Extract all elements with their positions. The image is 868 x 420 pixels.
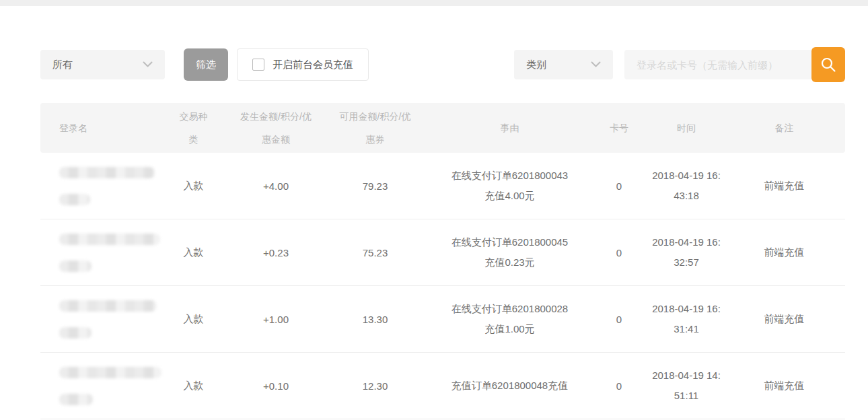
remark-cell: 前端充值: [723, 246, 845, 259]
header-card-number: 卡号: [589, 116, 649, 139]
search-icon: [820, 56, 837, 73]
table-body: 入款 +4.00 79.23 在线支付订单6201800043充值4.00元 0…: [40, 153, 845, 419]
redacted-login-text: [59, 260, 92, 272]
amount-cell: +1.00: [232, 314, 320, 325]
front-desk-recharge-toggle[interactable]: 开启前台会员充值: [237, 48, 369, 81]
table-row: 入款 +0.23 75.23 在线支付订单6201800045充值0.23元 0…: [40, 219, 845, 286]
search-button[interactable]: [811, 47, 845, 82]
remark-cell: 前端充值: [723, 313, 845, 326]
amount-cell: +4.00: [232, 180, 320, 192]
reason-cell: 充值订单6201800048充值: [431, 376, 589, 396]
time-cell: 2018-04-19 16:32:57: [649, 232, 723, 273]
front-desk-recharge-label: 开启前台会员充值: [273, 59, 353, 71]
time-cell: 2018-04-19 16:31:41: [649, 299, 723, 339]
transaction-type-cell: 入款: [155, 380, 232, 392]
amount-cell: +0.23: [232, 247, 320, 258]
records-table: 登录名 交易种类 发生金额/积分/优惠金额 可用金额/积分/优惠券 事由 卡号 …: [40, 103, 845, 419]
category-dropdown[interactable]: 类别: [514, 50, 613, 79]
table-row: 入款 +4.00 79.23 在线支付订单6201800043充值4.00元 0…: [40, 153, 845, 219]
available-balance-cell: 12.30: [320, 380, 431, 392]
redacted-login-text: [59, 327, 92, 339]
header-time: 时间: [649, 116, 723, 139]
login-name-cell-redacted: [40, 234, 155, 272]
available-balance-cell: 75.23: [320, 247, 431, 258]
toolbar: 所有 筛选 开启前台会员充值 类别: [40, 47, 845, 82]
card-number-cell: 0: [589, 247, 649, 258]
login-name-cell-redacted: [40, 367, 155, 405]
reason-cell: 在线支付订单6201800043充值4.00元: [431, 166, 589, 206]
member-recharge-records-page: 所有 筛选 开启前台会员充值 类别: [0, 0, 868, 419]
header-available: 可用金额/积分/优惠券: [320, 105, 431, 151]
redacted-login-text: [59, 394, 93, 405]
checkbox-unchecked-icon[interactable]: [252, 59, 264, 71]
chevron-down-icon: [143, 61, 153, 68]
redacted-login-text: [59, 167, 155, 178]
transaction-type-cell: 入款: [155, 180, 232, 193]
header-login-name: 登录名: [40, 116, 155, 139]
remark-cell: 前端充值: [723, 380, 845, 392]
filter-button[interactable]: 筛选: [184, 48, 228, 81]
available-balance-cell: 79.23: [320, 180, 431, 192]
login-name-cell-redacted: [40, 300, 155, 339]
category-dropdown-value: 类别: [526, 59, 546, 71]
header-amount: 发生金额/积分/优惠金额: [232, 105, 320, 151]
header-remark: 备注: [723, 116, 845, 139]
reason-cell: 在线支付订单6201800045充值0.23元: [431, 232, 589, 273]
search-input[interactable]: [624, 50, 811, 79]
login-name-cell-redacted: [40, 167, 155, 205]
redacted-login-text: [59, 300, 157, 312]
card-number-cell: 0: [589, 380, 649, 392]
transaction-type-cell: 入款: [155, 313, 232, 326]
time-cell: 2018-04-19 14:51:11: [649, 365, 723, 406]
header-transaction-type: 交易种类: [155, 105, 232, 151]
status-filter-dropdown[interactable]: 所有: [40, 50, 165, 79]
card-number-cell: 0: [589, 180, 649, 192]
amount-cell: +0.10: [232, 380, 320, 392]
card-number-cell: 0: [589, 314, 649, 325]
redacted-login-text: [59, 194, 90, 205]
search-group: [624, 47, 845, 82]
reason-cell: 在线支付订单6201800028充值1.00元: [431, 299, 589, 339]
transaction-type-cell: 入款: [155, 246, 232, 259]
redacted-login-text: [59, 367, 161, 378]
status-filter-value: 所有: [52, 59, 73, 71]
table-row: 入款 +0.10 12.30 充值订单6201800048充值 0 2018-0…: [40, 353, 845, 419]
top-divider: [0, 0, 868, 6]
redacted-login-text: [59, 234, 160, 245]
remark-cell: 前端充值: [723, 180, 845, 193]
available-balance-cell: 13.30: [320, 314, 431, 325]
time-cell: 2018-04-19 16:43:18: [649, 166, 723, 206]
table-header-row: 登录名 交易种类 发生金额/积分/优惠金额 可用金额/积分/优惠券 事由 卡号 …: [40, 103, 845, 153]
header-reason: 事由: [431, 116, 589, 139]
chevron-down-icon: [591, 61, 601, 68]
table-row: 入款 +1.00 13.30 在线支付订单6201800028充值1.00元 0…: [40, 286, 845, 353]
